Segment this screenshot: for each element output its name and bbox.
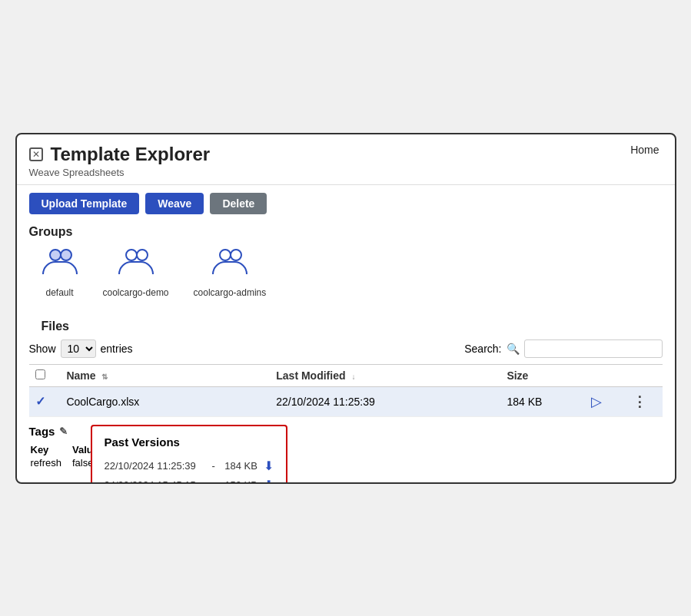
tags-key-header: Key xyxy=(31,444,71,455)
row-checkmark: ✓ xyxy=(35,395,45,408)
modified-sort-icon: ↓ xyxy=(351,373,355,381)
group-label-coolcargo-demo: coolcargo-demo xyxy=(103,287,169,298)
subtitle: Weave Spreadsheets xyxy=(17,165,675,184)
table-row[interactable]: ✓ CoolCargo.xlsx 22/10/2024 11:25:39 184… xyxy=(29,386,663,416)
group-icon-coolcargo-demo xyxy=(118,245,154,283)
search-icon: 🔍 xyxy=(507,343,520,355)
svg-point-3 xyxy=(137,250,148,260)
entries-select[interactable]: 10 25 50 xyxy=(61,339,96,358)
past-versions-popup: Past Versions 22/10/2024 11:25:39 - 184 … xyxy=(91,425,287,484)
group-label-coolcargo-admins: coolcargo-admins xyxy=(194,287,267,298)
close-button[interactable]: ✕ xyxy=(29,147,43,161)
group-icon-coolcargo-admins xyxy=(211,245,248,283)
group-item-coolcargo-demo[interactable]: coolcargo-demo xyxy=(103,245,169,298)
files-table: Name ⇅ Last Modified ↓ Size xyxy=(29,364,663,417)
svg-point-0 xyxy=(50,250,61,260)
play-button[interactable]: ▷ xyxy=(591,394,602,409)
close-icon: ✕ xyxy=(32,149,40,160)
svg-point-2 xyxy=(126,250,137,260)
page-title: Template Explorer xyxy=(51,144,211,165)
group-item-coolcargo-admins[interactable]: coolcargo-admins xyxy=(194,245,267,298)
upload-template-button[interactable]: Upload Template xyxy=(29,193,140,214)
tags-title-label: Tags xyxy=(29,425,55,438)
select-all-checkbox[interactable] xyxy=(35,369,45,379)
pv-dash: - xyxy=(212,460,215,472)
col-size-header: Size xyxy=(507,369,528,382)
pv-size: 150 KB xyxy=(223,479,257,484)
group-icon-default xyxy=(42,245,78,283)
svg-point-4 xyxy=(220,250,231,260)
weave-button[interactable]: Weave xyxy=(145,193,204,214)
past-version-row: 22/10/2024 11:25:39 - 184 KB ⬇ xyxy=(105,456,274,475)
show-label: Show xyxy=(29,343,56,355)
pv-size: 184 KB xyxy=(223,460,257,472)
file-name: CoolCargo.xlsx xyxy=(66,396,139,408)
past-version-row: 24/09/2024 15:45:15 - 150 KB ⬇ xyxy=(105,475,274,484)
files-label: Files xyxy=(29,316,663,339)
group-item-default[interactable]: default xyxy=(42,245,78,298)
pv-download-icon[interactable]: ⬇ xyxy=(264,459,274,473)
pv-dash: - xyxy=(212,479,215,484)
search-input[interactable] xyxy=(524,339,663,358)
file-modified: 22/10/2024 11:25:39 xyxy=(276,396,374,408)
search-label: Search: xyxy=(464,343,501,355)
col-modified-header: Last Modified xyxy=(276,369,345,382)
past-versions-list: 22/10/2024 11:25:39 - 184 KB ⬇ 24/09/202… xyxy=(105,456,274,484)
pv-download-icon[interactable]: ⬇ xyxy=(264,478,274,484)
home-link[interactable]: Home xyxy=(630,144,662,156)
name-sort-icon: ⇅ xyxy=(101,373,108,381)
groups-label: Groups xyxy=(17,222,675,245)
svg-point-5 xyxy=(231,250,241,260)
entries-label: entries xyxy=(101,343,133,355)
pv-date: 24/09/2024 15:45:15 xyxy=(105,479,204,484)
tag-key: refresh xyxy=(31,457,71,469)
group-label-default: default xyxy=(45,287,73,298)
pv-date: 22/10/2024 11:25:39 xyxy=(105,460,204,472)
search-box: Search: 🔍 xyxy=(464,339,662,358)
past-versions-title: Past Versions xyxy=(105,436,274,449)
col-name-header: Name xyxy=(66,369,95,382)
more-options-button[interactable]: ⋮ xyxy=(633,394,646,409)
show-entries-control: Show 10 25 50 entries xyxy=(29,339,133,358)
tags-edit-icon[interactable]: ✎ xyxy=(59,426,68,437)
toolbar: Upload Template Weave Delete xyxy=(17,185,675,222)
file-size: 184 KB xyxy=(507,396,542,408)
groups-row: default coolcargo-demo coolcargo-admin xyxy=(17,245,675,310)
svg-point-1 xyxy=(61,250,71,260)
delete-button[interactable]: Delete xyxy=(210,193,267,214)
